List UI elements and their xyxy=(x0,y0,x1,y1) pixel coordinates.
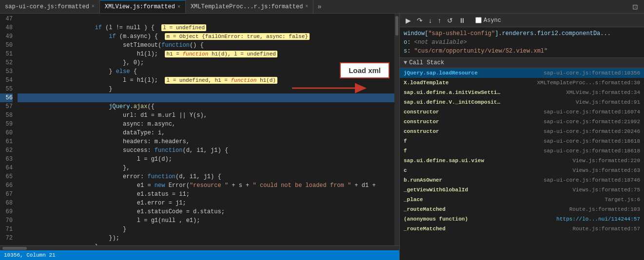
stack-row-3[interactable]: sap.ui.define.V._initCompositeSupport Vi… xyxy=(400,97,644,107)
status-text: 10356, Column 21 xyxy=(4,252,56,258)
line-numbers: 47 48 49 50 51 52 53 54 55 56 57 58 59 6… xyxy=(0,14,16,245)
stack-fn: _place xyxy=(404,197,501,203)
stack-row-15[interactable]: (anonymous function) https://lo...nui/11… xyxy=(400,214,644,224)
tab-xmlview[interactable]: XMLView.js:formatted × xyxy=(100,0,186,13)
continue-button[interactable]: ▶ xyxy=(404,16,413,25)
stack-row-1[interactable]: X.loadTemplate XMLTemplateProc...s:forma… xyxy=(400,78,644,88)
tab-sap-ui-core[interactable]: sap-ui-core.js:formatted × xyxy=(0,0,100,13)
async-label: Async xyxy=(484,17,501,24)
debugger-toolbar: ▶ ↷ ↓ ↑ ↺ ⏸ Async xyxy=(400,14,644,27)
code-line-54: } xyxy=(18,76,394,85)
call-stack-header[interactable]: ▼ Call Stack xyxy=(400,57,644,68)
tab-close-icon[interactable]: × xyxy=(305,4,308,9)
stack-file: Route.js:formatted:103 xyxy=(501,206,640,212)
stack-fn: f xyxy=(404,148,501,154)
stack-fn: b.runAsOwner xyxy=(404,177,501,183)
code-line-58: async: m.async, xyxy=(18,111,394,120)
code-line-63: }, xyxy=(18,155,394,164)
stack-row-13[interactable]: _place Target.js:6 xyxy=(400,195,644,204)
stack-row-11[interactable]: b.runAsOwner sap-ui-core.js:formatted:18… xyxy=(400,175,644,185)
main-area: 47 48 49 50 51 52 53 54 55 56 57 58 59 6… xyxy=(0,14,644,260)
step-out-button[interactable]: ↑ xyxy=(436,16,443,25)
tab-bar: sap-ui-core.js:formatted × XMLView.js:fo… xyxy=(0,0,644,14)
stack-row-10[interactable]: c Views.js:formatted:63 xyxy=(400,166,644,175)
scrollbar-horizontal[interactable] xyxy=(0,245,399,250)
load-xml-label: Load xml xyxy=(349,66,381,74)
scrollbar-thumb-v[interactable] xyxy=(395,16,398,36)
editor-panel: 47 48 49 50 51 52 53 54 55 56 57 58 59 6… xyxy=(0,14,400,260)
stack-file: sap-ui-core.js:formatted:18618 xyxy=(501,138,640,144)
stack-file: Target.js:6 xyxy=(501,197,640,203)
variables-section: window["sap-ushell-config"].renderers.fi… xyxy=(400,27,644,57)
code-line-52: } else { xyxy=(18,58,394,67)
step-into-button[interactable]: ↓ xyxy=(427,16,434,25)
code-line-48: if (m.async) { m = Object {failOnError: … xyxy=(18,23,394,32)
stack-file: Route.js:formatted:57 xyxy=(501,226,640,232)
stack-row-9[interactable]: sap.ui.define.sap.ui.view View.js:format… xyxy=(400,156,644,166)
stack-file: sap-ui-core.js:formatted:20246 xyxy=(501,129,640,134)
code-line-53: l = h1(l); l = undefined, h1 = function … xyxy=(18,67,394,76)
stack-row-14[interactable]: _routeMatched Route.js:formatted:103 xyxy=(400,204,644,214)
call-stack-list: jQuery.sap.loadResource sap-ui-core.js:f… xyxy=(400,68,644,260)
stack-file: sap-ui-core.js:formatted:21992 xyxy=(501,119,640,125)
stack-fn: _getViewWithGlobalId xyxy=(404,187,501,193)
tab-close-icon[interactable]: × xyxy=(177,4,180,10)
stack-file: sap-ui-core.js:formatted:18618 xyxy=(501,148,640,154)
split-editor-button[interactable]: ⊡ xyxy=(630,2,640,12)
stack-file: Views.js:formatted:75 xyxy=(501,187,640,193)
async-checkbox[interactable] xyxy=(475,17,482,23)
tab-close-icon[interactable]: × xyxy=(92,4,95,9)
stack-row-16[interactable]: _routeMatched Route.js:formatted:57 xyxy=(400,224,644,234)
scrollbar-vertical[interactable] xyxy=(394,14,399,245)
tab-overflow[interactable]: » xyxy=(313,3,325,11)
stack-fn: _routeMatched xyxy=(404,206,501,212)
code-area[interactable]: 47 48 49 50 51 52 53 54 55 56 57 58 59 6… xyxy=(0,14,399,245)
code-line-57: url: d1 = m.url || Y(s), xyxy=(18,102,394,111)
restart-button[interactable]: ↺ xyxy=(445,16,455,25)
var-line-2: o: <not available> xyxy=(404,38,640,47)
stack-row-8[interactable]: f sap-ui-core.js:formatted:18618 xyxy=(400,146,644,156)
stack-row-0[interactable]: jQuery.sap.loadResource sap-ui-core.js:f… xyxy=(400,68,644,78)
stack-file: https://lo...nui/114244:57 xyxy=(501,216,640,222)
var-line-3: s: "cus/crm/opportunity/view/S2.view.xml… xyxy=(404,47,640,56)
tab-label: sap-ui-core.js:formatted xyxy=(5,3,89,10)
step-over-button[interactable]: ↷ xyxy=(415,16,425,25)
stack-row-5[interactable]: constructor sap-ui-core.js:formatted:219… xyxy=(400,117,644,127)
pause-button[interactable]: ⏸ xyxy=(457,16,468,25)
right-panel: ▶ ↷ ↓ ↑ ↺ ⏸ Async window["sap-ushell-con… xyxy=(400,14,644,260)
stack-fn: sap.ui.define.sap.ui.view xyxy=(404,158,501,164)
stack-row-7[interactable]: f sap-ui-core.js:formatted:18618 xyxy=(400,136,644,146)
callstack-collapse-icon: ▼ xyxy=(404,59,407,66)
call-stack-title: Call Stack xyxy=(409,59,444,66)
code-line-67: e1.error = j1; xyxy=(18,190,394,199)
async-option: Async xyxy=(475,17,501,24)
stack-file: Views.js:formatted:63 xyxy=(501,167,640,173)
code-line-65: e1 = new Error("resource " + s + " could… xyxy=(18,172,394,181)
stack-file: sap-ui-core.js:formatted:16074 xyxy=(501,109,640,115)
code-line-72: } xyxy=(18,234,394,242)
status-bar: 10356, Column 21 xyxy=(0,250,399,260)
stack-row-6[interactable]: constructor sap-ui-core.js:formatted:202… xyxy=(400,127,644,136)
code-lines: if (l != null ) { l = undefined if (m.as… xyxy=(16,14,394,245)
tab-label: XMLTemplateProc...r.js:formatted xyxy=(191,3,303,10)
stack-fn: _routeMatched xyxy=(404,226,501,232)
code-line-49: setTimeout(function() { xyxy=(18,32,394,41)
code-line-62: l = g1(d); xyxy=(18,146,394,155)
stack-fn: X.loadTemplate xyxy=(404,80,501,86)
tab-xmltemplate[interactable]: XMLTemplateProc...r.js:formatted × xyxy=(186,0,313,13)
tab-label: XMLView.js:formatted xyxy=(105,3,175,10)
code-line-50: h1(l); h1 = function h1(d), l = undefine… xyxy=(18,41,394,50)
var-line-1: window["sap-ushell-config"].renderers.fi… xyxy=(404,29,640,38)
tab-actions: ⊡ xyxy=(630,2,644,12)
code-line-51: }, 0); xyxy=(18,50,394,58)
code-line-47: if (l != null ) { l = undefined xyxy=(18,15,394,23)
stack-fn: sap.ui.define.V._initCompositeSupport xyxy=(404,99,501,105)
stack-row-4[interactable]: constructor sap-ui-core.js:formatted:160… xyxy=(400,107,644,117)
stack-file: View.js:formatted:91 xyxy=(501,99,640,105)
scrollbar-thumb-h[interactable] xyxy=(2,247,27,250)
stack-row-2[interactable]: sap.ui.define.a.initViewSettings XMLView… xyxy=(400,88,644,97)
stack-row-12[interactable]: _getViewWithGlobalId Views.js:formatted:… xyxy=(400,185,644,195)
code-line-61: success: function(d, i1, j1) { xyxy=(18,137,394,146)
stack-fn: (anonymous function) xyxy=(404,216,501,222)
call-stack-section: ▼ Call Stack jQuery.sap.loadResource sap… xyxy=(400,57,644,260)
